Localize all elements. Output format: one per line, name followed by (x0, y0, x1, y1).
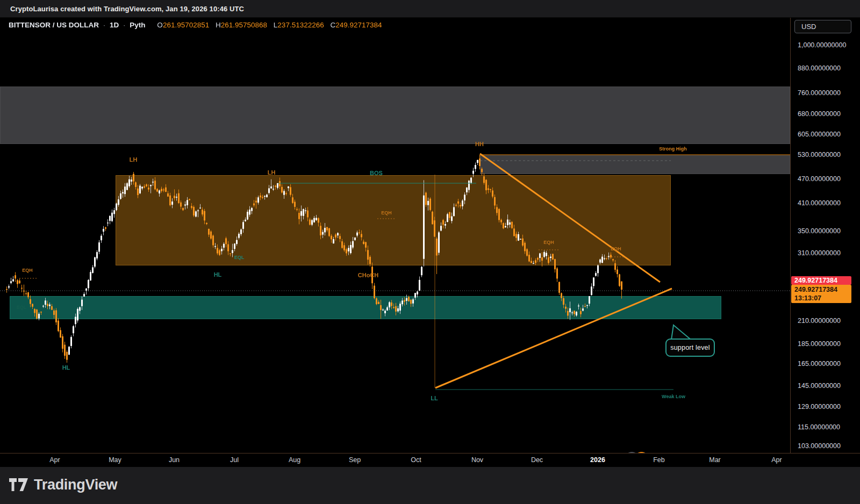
ascending-trendline[interactable] (435, 289, 672, 388)
tradingview-logo[interactable]: TradingView (9, 477, 117, 493)
high-value: 261.95750868 (221, 21, 267, 29)
time-tick-jul: Jul (230, 456, 239, 464)
time-tick-feb: Feb (653, 456, 665, 464)
timeframe[interactable]: 1D (110, 21, 119, 29)
price-tick: 470.00000000 (798, 175, 841, 183)
annotation-eql: EQL (234, 255, 245, 260)
high-label: H (216, 21, 221, 29)
time-tick-dec: Dec (531, 456, 543, 464)
time-tick-jun: Jun (169, 456, 180, 464)
footer: TradingView (0, 467, 860, 504)
close-label: C (330, 21, 335, 29)
tradingview-wordmark: TradingView (34, 477, 117, 493)
time-tick-aug: Aug (289, 456, 300, 464)
last-price-badge[interactable]: 249.92717384 (791, 276, 851, 285)
attribution-banner: CryptoLaurisa created with TradingView.c… (0, 0, 860, 18)
time-tick-may: May (109, 456, 121, 464)
ohlc-values: O261.95702851 H261.95750868 L237.5132226… (153, 21, 382, 29)
price-tick: 1,000.00000000 (798, 41, 846, 49)
attribution-text: CryptoLaurisa created with TradingView.c… (10, 5, 244, 13)
price-tick: 760.00000000 (798, 89, 841, 97)
support-level-text: support level (670, 344, 710, 351)
price-tick: 350.00000000 (798, 227, 841, 235)
annotation-lh: LH (130, 156, 138, 163)
tradingview-screenshot: CryptoLaurisa created with TradingView.c… (0, 0, 860, 504)
data-source[interactable]: Pyth (130, 21, 145, 29)
price-tick: 680.00000000 (798, 110, 841, 118)
price-tick: 210.00000000 (798, 317, 841, 325)
open-label: O (157, 21, 163, 29)
price-tick: 880.00000000 (798, 64, 841, 72)
open-value: 261.95702851 (163, 21, 209, 29)
tradingview-logo-icon (9, 478, 28, 492)
price-tick: 129.00000000 (798, 403, 841, 411)
price-tick: 145.00000000 (798, 382, 841, 390)
price-tick: 115.00000000 (798, 423, 840, 431)
chart-pane[interactable]: BITTENSOR / US DOLLAR · 1D · Pyth O261.9… (0, 18, 790, 453)
countdown-timer: 13:13:07 (794, 294, 851, 303)
countdown-price: 249.92717384 (794, 285, 851, 294)
low-value: 237.51322266 (277, 21, 324, 29)
legend-separator: · (123, 21, 126, 29)
annotation-strong-high: Strong High (659, 146, 687, 152)
time-tick-2026: 2026 (590, 456, 605, 464)
price-tick: 103.00000000 (798, 442, 841, 450)
symbol-title[interactable]: BITTENSOR / US DOLLAR (9, 21, 99, 29)
price-tick: 185.00000000 (798, 340, 841, 348)
time-tick-apr: Apr (771, 456, 782, 464)
time-axis[interactable]: AprMayJunJulAugSepOctNovDec2026FebMarApr (0, 453, 860, 467)
price-axis[interactable]: USD 249.92717384 249.92717384 13:13:07 1… (790, 18, 860, 453)
annotation-weak-low: Weak Low (662, 394, 685, 399)
countdown-badge[interactable]: 249.92717384 13:13:07 (791, 285, 851, 303)
price-tick: 530.00000000 (798, 151, 841, 159)
currency-label: USD (801, 23, 816, 31)
annotation-eqh: EQH (543, 240, 554, 245)
annotation-eqh: EQH (611, 246, 621, 251)
annotation-eql: EQL (17, 305, 27, 310)
price-tick: 310.00000000 (798, 249, 841, 257)
time-tick-apr: Apr (49, 456, 60, 464)
time-tick-sep: Sep (349, 456, 361, 464)
price-tick: 605.00000000 (798, 131, 841, 138)
close-value: 249.92717384 (335, 21, 382, 29)
annotation-hl: HL (214, 271, 222, 278)
symbol-legend[interactable]: BITTENSOR / US DOLLAR · 1D · Pyth O261.9… (9, 21, 382, 29)
annotation-hh: HH (475, 141, 484, 147)
last-price-value: 249.92717384 (794, 277, 837, 284)
price-tick: 410.00000000 (798, 199, 841, 207)
descending-trendline[interactable] (480, 154, 660, 282)
annotation-choch: CHoCH (358, 272, 379, 278)
annotation-eqh: EQH (22, 268, 33, 273)
annotation-lh: LH (268, 169, 276, 176)
price-tick: 165.00000000 (798, 360, 841, 368)
annotation-bos: BOS (370, 170, 383, 176)
drawings-overlay (0, 18, 790, 453)
support-level-callout[interactable]: support level (665, 339, 715, 357)
legend-separator: · (103, 21, 106, 29)
currency-toggle-button[interactable]: USD (794, 20, 851, 33)
annotation-hl: HL (62, 364, 70, 371)
annotation-eqh: EQH (381, 210, 392, 215)
time-tick-nov: Nov (471, 456, 483, 464)
time-tick-mar: Mar (709, 456, 721, 464)
annotation-ll: LL (431, 395, 438, 401)
time-tick-oct: Oct (411, 456, 421, 464)
